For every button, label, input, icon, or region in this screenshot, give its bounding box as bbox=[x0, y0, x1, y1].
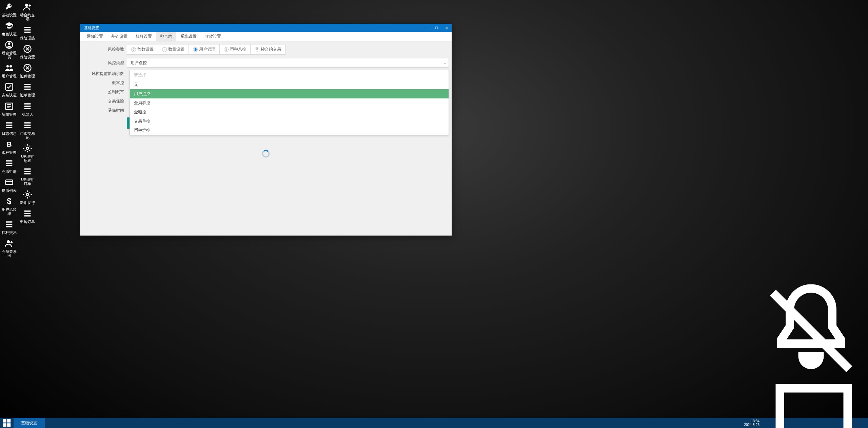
list-icon bbox=[23, 209, 32, 218]
dropdown-option[interactable]: 无 bbox=[130, 80, 449, 89]
desktop-icon-险单管理[interactable]: 险单管理 bbox=[20, 81, 35, 98]
tab-系统设置[interactable]: 系统设置 bbox=[176, 32, 201, 41]
list-icon bbox=[4, 120, 14, 130]
risk-type-dropdown[interactable]: 请选择 无用户点控全局群控金额控交易单控币种群控 bbox=[130, 70, 449, 135]
svg-point-10 bbox=[25, 4, 28, 7]
desktop-icon-基础设置[interactable]: 基础设置 bbox=[1, 1, 17, 18]
tab-收款设置[interactable]: 收款设置 bbox=[201, 32, 225, 41]
desktop-icon-币种管理[interactable]: B币种管理 bbox=[1, 139, 17, 155]
subtab-秒合约交易[interactable]: ⧉秒合约交易 bbox=[251, 44, 285, 54]
svg-rect-16 bbox=[7, 419, 11, 423]
desktop-icon-实名认证[interactable]: 实名认证 bbox=[1, 81, 17, 98]
loading-spinner-icon bbox=[262, 150, 270, 157]
subtab-icon: $ bbox=[224, 47, 229, 52]
tab-通知设置[interactable]: 通知设置 bbox=[83, 32, 107, 41]
svg-point-14 bbox=[26, 193, 29, 196]
subtab-数量设置[interactable]: ≡数量设置 bbox=[158, 44, 189, 54]
close-button[interactable]: ✕ bbox=[441, 24, 452, 32]
list-icon bbox=[23, 101, 32, 111]
risk-type-select[interactable]: 用户点控 ▴ bbox=[127, 58, 449, 68]
chat-icon[interactable] bbox=[763, 371, 865, 428]
notifications-muted-icon[interactable] bbox=[760, 280, 862, 384]
desktop-icon-label: 基础设置 bbox=[2, 13, 17, 17]
wrench-icon bbox=[4, 2, 14, 12]
dropdown-option[interactable]: 用户点控 bbox=[130, 89, 449, 98]
profit-label: 盈利概率 bbox=[83, 89, 127, 95]
desktop-icon-label: 保险设置 bbox=[20, 55, 35, 59]
desktop-icon-用户风险率[interactable]: $用户风险率 bbox=[1, 196, 17, 216]
userc-icon bbox=[4, 40, 14, 50]
svg-rect-18 bbox=[7, 423, 11, 427]
desktop-icon-label: 杠杆交易 bbox=[2, 230, 17, 235]
subtabs: ⏱秒数设置≡数量设置👤用户管理$币种风控⧉秒合约交易 bbox=[127, 44, 285, 55]
desktop-icon-UP理财订单[interactable]: UP理财订单 bbox=[20, 166, 35, 186]
desktop-icon-后台管理员[interactable]: 后台管理员 bbox=[1, 39, 17, 60]
desktop-icon-label: 申购订单 bbox=[20, 220, 35, 224]
desktop-icon-label: UP理财配置 bbox=[20, 154, 35, 163]
desktop-icon-label: 秒合约交易 bbox=[20, 13, 35, 21]
dropdown-option[interactable]: 金额控 bbox=[130, 108, 449, 117]
users-icon bbox=[4, 63, 14, 73]
desktop-icon-保险设置[interactable]: 保险设置 bbox=[20, 43, 35, 60]
desktop-icon-充币申请[interactable]: 充币申请 bbox=[1, 158, 17, 174]
desktop-icon-label: 新币发行 bbox=[20, 201, 35, 205]
list-icon bbox=[23, 167, 32, 176]
dollar-icon: $ bbox=[4, 197, 14, 206]
desktop-icon-新币发行[interactable]: 新币发行 bbox=[20, 189, 35, 205]
desktop-icon-机器人[interactable]: 机器人 bbox=[20, 101, 35, 117]
clock[interactable]: 13:34 2024-5-26 bbox=[744, 419, 760, 427]
desktop-icon-申购订单[interactable]: 申购订单 bbox=[20, 208, 35, 224]
affect-label: 风控提前影响秒数 bbox=[83, 71, 127, 77]
desktop-icon-新闻管理[interactable]: 新闻管理 bbox=[1, 101, 17, 117]
desktop-icon-保险理赔[interactable]: 保险理赔 bbox=[20, 24, 35, 41]
tab-秒合约[interactable]: 秒合约 bbox=[156, 32, 176, 41]
desktop-icon-日志信息[interactable]: 日志信息 bbox=[1, 120, 17, 136]
desktop-icon-label: 充币申请 bbox=[2, 169, 17, 173]
tab-基础设置[interactable]: 基础设置 bbox=[107, 32, 132, 41]
desktop-icon-label: 角色认证 bbox=[2, 32, 17, 36]
dropdown-option[interactable]: 全局群控 bbox=[130, 98, 449, 108]
svg-point-9 bbox=[7, 240, 10, 243]
window-title: 基础设置 bbox=[80, 25, 103, 31]
grad-icon bbox=[4, 21, 14, 31]
titlebar[interactable]: 基础设置 ─ ☐ ✕ bbox=[80, 24, 452, 32]
userplus-icon bbox=[4, 239, 14, 248]
desktop-icon-用户管理[interactable]: 用户管理 bbox=[1, 62, 17, 79]
svg-point-1 bbox=[8, 42, 11, 45]
subtab-秒数设置[interactable]: ⏱秒数设置 bbox=[127, 44, 158, 54]
subtab-icon: ≡ bbox=[162, 47, 167, 52]
subtab-label: 用户管理 bbox=[199, 46, 215, 52]
svg-point-2 bbox=[6, 65, 9, 68]
subtab-币种风控[interactable]: $币种风控 bbox=[220, 44, 251, 54]
desktop-icon-label: UP理财订单 bbox=[20, 178, 35, 186]
window-content: 风控参数 ⏱秒数设置≡数量设置👤用户管理$币种风控⧉秒合约交易 风控类型 用户点… bbox=[80, 41, 452, 236]
subtab-icon: 👤 bbox=[193, 47, 198, 52]
desktop-icon-角色认证[interactable]: 角色认证 bbox=[1, 20, 17, 37]
list-icon bbox=[23, 25, 32, 35]
desktop-icon-label: 险种管理 bbox=[20, 74, 35, 78]
dropdown-option[interactable]: 交易单控 bbox=[130, 117, 449, 126]
svg-rect-7 bbox=[6, 180, 13, 185]
prot-label: 受保时间 bbox=[83, 108, 127, 113]
desktop-icon-险种管理[interactable]: 险种管理 bbox=[20, 62, 35, 79]
dropdown-option[interactable]: 币种群控 bbox=[130, 126, 449, 135]
taskbar-task[interactable]: 基础设置 bbox=[14, 418, 45, 428]
param-label: 风控参数 bbox=[83, 46, 127, 52]
desktop-icon-杠杆交易[interactable]: 杠杆交易 bbox=[1, 219, 17, 235]
list-icon bbox=[23, 120, 32, 130]
minimize-button[interactable]: ─ bbox=[421, 24, 431, 32]
taskbar: 基础设置 13:34 2024-5-26 bbox=[0, 418, 868, 428]
start-button[interactable] bbox=[0, 418, 14, 428]
desktop-icon-UP理财配置[interactable]: UP理财配置 bbox=[20, 143, 35, 163]
subtab-label: 币种风控 bbox=[230, 46, 246, 52]
desktop-icon-label: 机器人 bbox=[22, 112, 33, 116]
desktop-icon-会员关系图[interactable]: 会员关系图 bbox=[1, 238, 17, 258]
desktop-icon-提币列表[interactable]: 提币列表 bbox=[1, 177, 17, 193]
desktop-icon-币币交易记[interactable]: 币币交易记 bbox=[20, 120, 35, 140]
desktop-icon-label: 币币交易记 bbox=[20, 131, 35, 139]
maximize-button[interactable]: ☐ bbox=[431, 24, 441, 32]
system-tray: 13:34 2024-5-26 bbox=[741, 418, 868, 428]
desktop-icon-秒合约交易[interactable]: 秒合约交易 bbox=[20, 1, 35, 22]
tab-杠杆设置[interactable]: 杠杆设置 bbox=[132, 32, 156, 41]
subtab-用户管理[interactable]: 👤用户管理 bbox=[189, 44, 220, 54]
